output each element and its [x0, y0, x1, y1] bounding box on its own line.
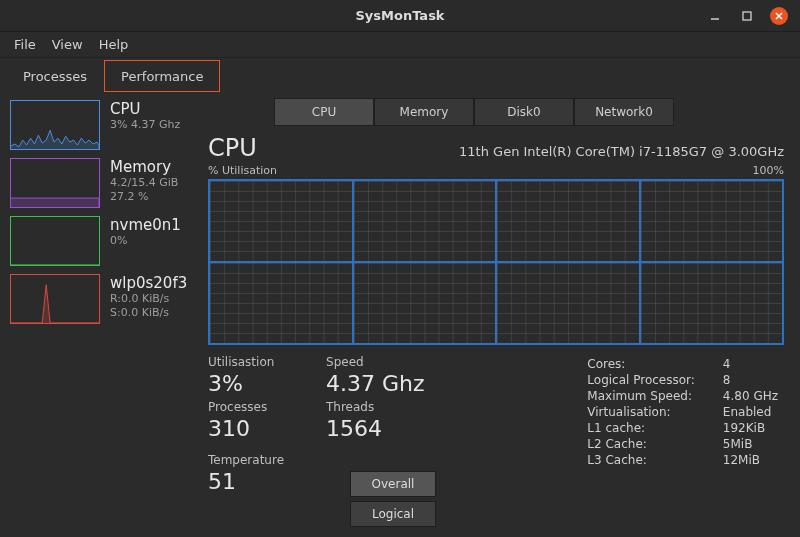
- cpu-chart-7: [640, 262, 784, 344]
- sidebar-memory-sub2: 27.2 %: [110, 190, 178, 204]
- axis-label-left: % Utilisation: [208, 164, 277, 177]
- sidebar-network-sub2: S:0.0 KiB/s: [110, 306, 187, 320]
- speed-value: 4.37 Ghz: [326, 371, 436, 396]
- sidebar-cpu-title: CPU: [110, 100, 180, 118]
- subtab-disk[interactable]: Disk0: [474, 98, 574, 126]
- cpu-chart-5: [353, 262, 497, 344]
- subtab-network[interactable]: Network0: [574, 98, 674, 126]
- temp-label: Temperature: [208, 453, 284, 467]
- sidebar-disk-title: nvme0n1: [110, 216, 181, 234]
- cpu-chart-2: [496, 180, 640, 262]
- subtab-memory[interactable]: Memory: [374, 98, 474, 126]
- sidebar-item-memory[interactable]: Memory 4.2/15.4 GiB 27.2 %: [6, 156, 194, 210]
- sidebar-cpu-sub: 3% 4.37 Ghz: [110, 118, 180, 132]
- tab-performance[interactable]: Performance: [104, 60, 220, 92]
- menu-help[interactable]: Help: [99, 37, 129, 52]
- menu-view[interactable]: View: [52, 37, 83, 52]
- menu-file[interactable]: File: [14, 37, 36, 52]
- sidebar-memory-title: Memory: [110, 158, 178, 176]
- util-value: 3%: [208, 371, 284, 396]
- cpu-chart-0: [209, 180, 353, 262]
- window-title: SysMonTask: [0, 8, 800, 23]
- svg-rect-1: [743, 12, 751, 20]
- cpu-info-table: Cores:4 Logical Processor:8 Maximum Spee…: [581, 355, 784, 527]
- performance-sidebar: CPU 3% 4.37 Ghz Memory 4.2/15.4 GiB 27.2…: [0, 92, 200, 537]
- cpu-chart-3: [640, 180, 784, 262]
- cpu-chart-1: [353, 180, 497, 262]
- cpu-model: 11th Gen Intel(R) Core(TM) i7-1185G7 @ 3…: [459, 144, 784, 159]
- close-button[interactable]: [770, 7, 788, 25]
- sidebar-item-cpu[interactable]: CPU 3% 4.37 Ghz: [6, 98, 194, 152]
- minimize-button[interactable]: [706, 7, 724, 25]
- axis-label-right: 100%: [753, 164, 784, 177]
- sidebar-disk-sub: 0%: [110, 234, 181, 248]
- subtab-cpu[interactable]: CPU: [274, 98, 374, 126]
- procs-label: Processes: [208, 400, 284, 414]
- view-overall-button[interactable]: Overall: [350, 471, 436, 497]
- sidebar-item-disk[interactable]: nvme0n1 0%: [6, 214, 194, 268]
- util-label: Utilisastion: [208, 355, 284, 369]
- page-title: CPU: [208, 134, 257, 162]
- tab-processes[interactable]: Processes: [6, 60, 104, 92]
- speed-label: Speed: [326, 355, 436, 369]
- view-logical-button[interactable]: Logical: [350, 501, 436, 527]
- cpu-chart-grid: [208, 179, 784, 345]
- sidebar-network-title: wlp0s20f3: [110, 274, 187, 292]
- cpu-chart-6: [496, 262, 640, 344]
- cpu-chart-4: [209, 262, 353, 344]
- threads-value: 1564: [326, 416, 436, 441]
- temp-value: 51: [208, 469, 284, 494]
- sidebar-item-network[interactable]: wlp0s20f3 R:0.0 KiB/s S:0.0 KiB/s: [6, 272, 194, 326]
- sidebar-network-sub1: R:0.0 KiB/s: [110, 292, 187, 306]
- procs-value: 310: [208, 416, 284, 441]
- sidebar-memory-sub1: 4.2/15.4 GiB: [110, 176, 178, 190]
- maximize-button[interactable]: [738, 7, 756, 25]
- threads-label: Threads: [326, 400, 436, 414]
